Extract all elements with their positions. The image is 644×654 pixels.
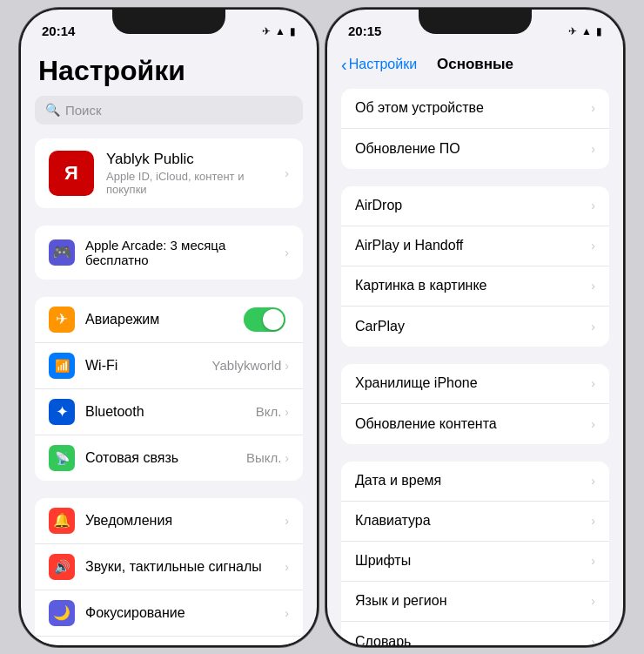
cellular-chevron: ›: [285, 451, 289, 465]
airplay-handoff-row[interactable]: AirPlay и Handoff ›: [341, 226, 609, 266]
profile-subtitle: Apple ID, iCloud, контент и покупки: [106, 170, 285, 196]
airplane-status-right: ✈: [568, 25, 577, 37]
wifi-status-right: ▲: [581, 25, 592, 37]
wifi-icon: 📶: [49, 353, 75, 379]
left-screen: Настройки 🔍 Поиск Я Yablyk Public Apple: [21, 48, 317, 645]
software-update-label: Обновление ПО: [355, 141, 591, 157]
datetime-chevron: ›: [591, 474, 595, 488]
notifications-label: Уведомления: [85, 513, 172, 528]
airplay-handoff-label: AirPlay и Handoff: [355, 238, 591, 253]
keyboard-chevron: ›: [591, 514, 595, 528]
wifi-row[interactable]: 📶 Wi-Fi Yablykworld ›: [35, 343, 303, 389]
notifications-group: 🔔 Уведомления › 🔊 Звуки, тактильные сигн…: [35, 498, 303, 645]
cellular-content: Сотовая связь: [85, 450, 246, 466]
datetime-label: Дата и время: [355, 473, 591, 489]
bluetooth-row[interactable]: ✦ Bluetooth Вкл. ›: [35, 389, 303, 435]
right-phone: 20:15 ✈ ▲ ▮ ‹ Настройки Основные: [327, 10, 623, 645]
carplay-label: CarPlay: [355, 319, 591, 334]
pip-label: Картинка в картинке: [355, 278, 591, 293]
datetime-group: Дата и время › Клавиатура › Шрифты › Я: [341, 462, 609, 645]
sharing-group: AirDrop › AirPlay и Handoff › Картинка в…: [341, 186, 609, 347]
profile-name: Yablyk Public: [106, 151, 285, 168]
focus-row[interactable]: 🌙 Фокусирование ›: [35, 590, 303, 637]
keyboard-row[interactable]: Клавиатура ›: [341, 502, 609, 542]
arcade-icon: 🎮: [49, 239, 75, 266]
connectivity-group: ✈ Авиарежим 📶 Wi-Fi Y: [35, 297, 303, 481]
notifications-chevron: ›: [285, 514, 289, 528]
screentime-row[interactable]: ⏱ Экранное время ›: [35, 637, 303, 645]
notch: [112, 10, 225, 34]
focus-chevron: ›: [285, 606, 289, 620]
datetime-row[interactable]: Дата и время ›: [341, 462, 609, 502]
battery-status-right: ▮: [596, 25, 602, 37]
battery-status-icon: ▮: [290, 25, 296, 37]
notifications-content: Уведомления: [85, 513, 285, 529]
about-row[interactable]: Об этом устройстве ›: [341, 89, 609, 129]
settings-title: Настройки: [21, 48, 317, 96]
cellular-label: Сотовая связь: [85, 450, 178, 465]
sounds-row[interactable]: 🔊 Звуки, тактильные сигналы ›: [35, 544, 303, 590]
airplane-toggle[interactable]: [244, 307, 285, 332]
iphone-storage-row[interactable]: Хранилище iPhone ›: [341, 364, 609, 404]
software-update-chevron: ›: [591, 142, 595, 156]
toggle-circle: [263, 309, 284, 330]
search-icon: 🔍: [45, 103, 60, 117]
iphone-storage-chevron: ›: [591, 376, 595, 390]
status-icons-right: ✈ ▲ ▮: [568, 25, 602, 37]
cellular-row[interactable]: 📡 Сотовая связь Выкл. ›: [35, 435, 303, 481]
right-content: Об этом устройстве › Обновление ПО › Air…: [327, 82, 623, 645]
carplay-row[interactable]: CarPlay ›: [341, 307, 609, 347]
device-group: Об этом устройстве › Обновление ПО ›: [341, 89, 609, 169]
fonts-label: Шрифты: [355, 553, 591, 569]
notifications-icon: 🔔: [49, 508, 75, 534]
bg-update-row[interactable]: Обновление контента ›: [341, 404, 609, 444]
arcade-banner[interactable]: 🎮 Apple Arcade: 3 месяца бесплатно ›: [35, 226, 303, 280]
cellular-icon: 📡: [49, 445, 75, 471]
search-placeholder: Поиск: [65, 103, 102, 118]
wifi-label: Wi-Fi: [85, 358, 117, 373]
nav-back-button[interactable]: ‹ Настройки: [341, 55, 417, 75]
dictionary-row[interactable]: Словарь ›: [341, 622, 609, 645]
language-label: Язык и регион: [355, 593, 591, 609]
nav-header: ‹ Настройки Основные: [327, 48, 623, 82]
software-update-row[interactable]: Обновление ПО ›: [341, 129, 609, 169]
time-right: 20:15: [348, 24, 381, 38]
notifications-row[interactable]: 🔔 Уведомления ›: [35, 498, 303, 544]
nav-back-label: Настройки: [349, 57, 417, 72]
airdrop-label: AirDrop: [355, 198, 591, 213]
airdrop-chevron: ›: [591, 199, 595, 212]
pip-row[interactable]: Картинка в картинке ›: [341, 266, 609, 307]
language-chevron: ›: [591, 594, 595, 608]
arcade-text: Apple Arcade: 3 месяца бесплатно: [85, 238, 285, 267]
focus-content: Фокусирование: [85, 605, 285, 621]
about-label: Об этом устройстве: [355, 100, 591, 116]
airplane-status-icon: ✈: [262, 25, 271, 37]
bluetooth-label: Bluetooth: [85, 404, 144, 419]
bluetooth-content: Bluetooth: [85, 404, 256, 420]
keyboard-label: Клавиатура: [355, 513, 591, 529]
bluetooth-value: Вкл.: [256, 404, 282, 419]
language-row[interactable]: Язык и регион ›: [341, 582, 609, 622]
left-phone: 20:14 ✈ ▲ ▮ Настройки 🔍 Поиск: [21, 10, 317, 645]
sounds-content: Звуки, тактильные сигналы: [85, 559, 285, 575]
airplane-icon: ✈: [49, 307, 75, 333]
sounds-chevron: ›: [285, 560, 289, 574]
time-left: 20:14: [42, 24, 75, 38]
focus-icon: 🌙: [49, 600, 75, 626]
profile-chevron: ›: [285, 166, 289, 180]
search-bar[interactable]: 🔍 Поиск: [35, 96, 303, 125]
right-screen: ‹ Настройки Основные Об этом устройстве …: [327, 48, 623, 645]
profile-group: Я Yablyk Public Apple ID, iCloud, контен…: [35, 138, 303, 208]
status-icons-left: ✈ ▲ ▮: [262, 25, 296, 37]
fonts-row[interactable]: Шрифты ›: [341, 542, 609, 582]
wifi-content: Wi-Fi: [85, 358, 212, 374]
airplane-label: Авиарежим: [85, 312, 159, 327]
wifi-chevron: ›: [285, 359, 289, 373]
dictionary-label: Словарь: [355, 634, 591, 645]
airplane-mode-row[interactable]: ✈ Авиарежим: [35, 297, 303, 343]
airdrop-row[interactable]: AirDrop ›: [341, 186, 609, 226]
airplay-handoff-chevron: ›: [591, 239, 595, 253]
profile-row[interactable]: Я Yablyk Public Apple ID, iCloud, контен…: [35, 138, 303, 208]
cellular-value: Выкл.: [246, 450, 281, 465]
about-chevron: ›: [591, 101, 595, 115]
